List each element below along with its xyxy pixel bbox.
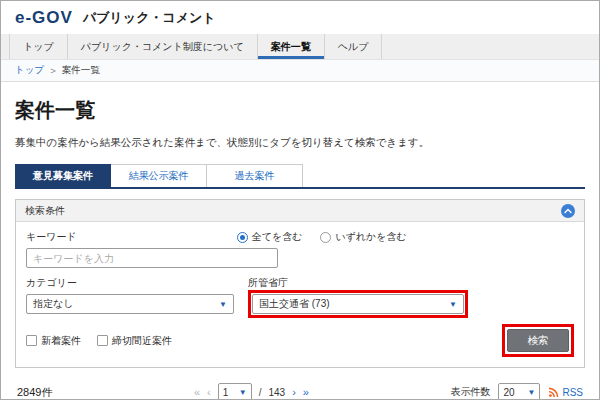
tab-result-published-cases[interactable]: 結果公示案件 — [111, 164, 207, 187]
radio-match-any[interactable]: いずれかを含む — [320, 230, 406, 244]
search-conditions-panel: 検索条件 キーワード 全てを含む いずれかを含む — [15, 199, 585, 368]
first-page-button[interactable]: « — [194, 386, 200, 398]
keyword-row: キーワード 全てを含む いずれかを含む — [26, 230, 574, 244]
page-description: 募集中の案件から結果公示された案件まで、状態別にタブを切り替えて検索できます。 — [15, 136, 585, 150]
total-pages: 143 — [269, 387, 286, 398]
nav-item-about-system[interactable]: パブリック・コメント制度について — [68, 34, 258, 59]
next-page-button[interactable]: › — [292, 386, 296, 398]
status-tabs: 意見募集案件 結果公示案件 過去案件 — [15, 164, 585, 189]
page-number-value: 1 — [223, 387, 229, 398]
header: e-GOV パブリック・コメント — [1, 1, 599, 34]
breadcrumb: トップ > 案件一覧 — [1, 60, 599, 82]
egov-public-comment-page: e-GOV パブリック・コメント トップ パブリック・コメント制度について 案件… — [0, 0, 600, 400]
breadcrumb-separator: > — [50, 65, 56, 76]
global-nav: トップ パブリック・コメント制度について 案件一覧 ヘルプ — [1, 34, 599, 60]
radio-unselected-icon — [320, 232, 331, 243]
option-checkboxes: 新着案件 締切間近案件 — [26, 334, 172, 348]
tab-open-cases[interactable]: 意見募集案件 — [15, 164, 111, 187]
breadcrumb-current: 案件一覧 — [62, 64, 100, 77]
category-select[interactable]: 指定なし ▼ — [26, 294, 234, 314]
checkbox-new-cases-label: 新着案件 — [41, 334, 81, 348]
chevron-down-icon: ▼ — [528, 388, 536, 397]
display-options: 表示件数 20 ▼ RSS — [450, 383, 583, 400]
annotation-box-search-button: 検索 — [502, 324, 574, 357]
ministry-column: 所管省庁 国土交通省 (73) ▼ — [248, 276, 468, 318]
page-number-select[interactable]: 1 ▼ — [218, 383, 252, 400]
checkbox-icon — [26, 335, 37, 346]
radio-match-all[interactable]: 全てを含む — [237, 230, 303, 244]
search-panel-title: 検索条件 — [25, 204, 65, 218]
prev-page-button[interactable]: ‹ — [207, 386, 211, 398]
rss-link[interactable]: RSS — [548, 387, 583, 398]
ministry-select[interactable]: 国土交通省 (73) ▼ — [252, 294, 464, 314]
per-page-value: 20 — [503, 387, 514, 398]
checkbox-new-cases[interactable]: 新着案件 — [26, 334, 81, 348]
radio-match-all-label: 全てを含む — [252, 230, 303, 244]
checkbox-icon — [97, 335, 108, 346]
last-page-button[interactable]: » — [303, 386, 309, 398]
search-button[interactable]: 検索 — [507, 329, 569, 352]
category-label: カテゴリー — [26, 276, 248, 290]
results-footer: 2849件 « ‹ 1 ▼ / 143 › » 表示件数 20 ▼ — [15, 383, 585, 400]
pagination: « ‹ 1 ▼ / 143 › » — [194, 383, 309, 400]
ministry-label: 所管省庁 — [248, 276, 468, 290]
keyword-input[interactable] — [26, 248, 278, 268]
chevron-down-icon: ▼ — [449, 300, 457, 309]
service-name: パブリック・コメント — [83, 9, 216, 27]
per-page-label: 表示件数 — [450, 385, 490, 399]
result-count: 2849件 — [17, 385, 52, 400]
page-title: 案件一覧 — [15, 97, 585, 124]
egov-logo[interactable]: e-GOV — [15, 8, 73, 28]
rss-icon — [548, 387, 559, 398]
rss-label: RSS — [562, 387, 583, 398]
keyword-label: キーワード — [26, 230, 77, 244]
options-and-search-row: 新着案件 締切間近案件 検索 — [26, 324, 574, 357]
annotation-box-ministry: 国土交通省 (73) ▼ — [248, 290, 468, 318]
page-separator: / — [259, 387, 262, 398]
checkbox-deadline-soon-label: 締切間近案件 — [112, 334, 172, 348]
checkbox-deadline-soon-cases[interactable]: 締切間近案件 — [97, 334, 172, 348]
category-column: カテゴリー 指定なし ▼ — [26, 276, 248, 314]
ministry-selected-value: 国土交通省 (73) — [259, 297, 330, 311]
tab-past-cases[interactable]: 過去案件 — [207, 164, 303, 187]
per-page-select[interactable]: 20 ▼ — [498, 383, 540, 400]
radio-selected-icon — [237, 232, 248, 243]
chevron-down-icon: ▼ — [219, 300, 227, 309]
nav-item-help[interactable]: ヘルプ — [325, 34, 383, 59]
search-panel-body: キーワード 全てを含む いずれかを含む — [16, 222, 584, 367]
category-selected-value: 指定なし — [33, 297, 73, 311]
collapse-chevron-up-icon[interactable] — [561, 204, 575, 218]
select-row: カテゴリー 指定なし ▼ 所管省庁 国土交通省 (73) ▼ — [26, 276, 574, 318]
main-content: 案件一覧 募集中の案件から結果公示された案件まで、状態別にタブを切り替えて検索で… — [1, 97, 599, 400]
nav-item-top[interactable]: トップ — [9, 34, 68, 59]
radio-match-any-label: いずれかを含む — [335, 230, 406, 244]
breadcrumb-home-link[interactable]: トップ — [15, 64, 44, 77]
search-panel-header: 検索条件 — [16, 200, 584, 222]
nav-item-case-list[interactable]: 案件一覧 — [258, 34, 325, 59]
keyword-match-radios: 全てを含む いずれかを含む — [237, 230, 407, 244]
chevron-down-icon: ▼ — [239, 388, 247, 397]
